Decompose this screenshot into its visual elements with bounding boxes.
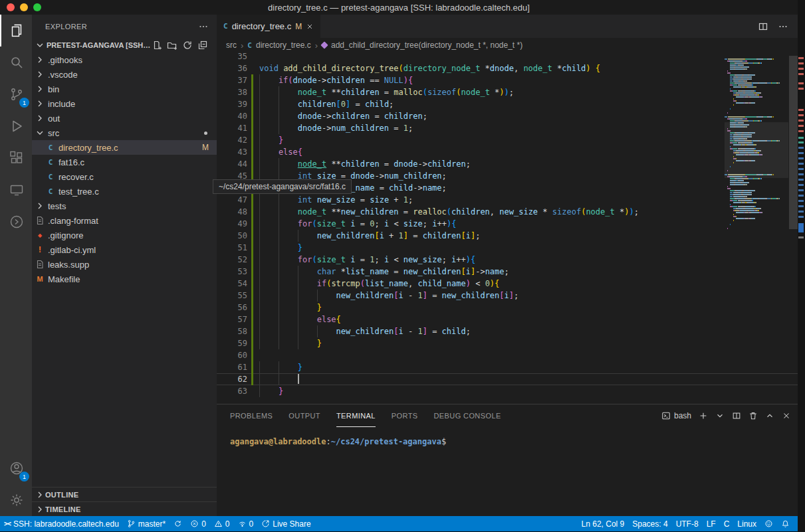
tree-file-recover.c[interactable]: Crecover.c xyxy=(32,169,217,184)
terminal-selector[interactable]: bash xyxy=(661,411,691,420)
code-line-56[interactable]: 56} xyxy=(217,302,798,313)
status-branch[interactable]: master* xyxy=(123,516,170,531)
status-indentation[interactable]: Spaces: 4 xyxy=(628,516,671,531)
status-errors[interactable]: 0 xyxy=(186,516,210,531)
status-live-share[interactable]: Live Share xyxy=(257,516,314,531)
tab-close-icon[interactable] xyxy=(306,23,314,31)
activitybar-live-share[interactable] xyxy=(0,206,32,238)
code-line-58[interactable]: 58new_children[i - 1] = child; xyxy=(217,325,798,337)
refresh-icon[interactable] xyxy=(182,40,193,50)
tree-folder-.vscode[interactable]: .vscode xyxy=(32,67,217,82)
code-line-38[interactable]: 38node_t **children = malloc(sizeof(node… xyxy=(217,86,798,98)
status-remote[interactable]: ><SSH: labradoodle.caltech.edu xyxy=(0,516,123,531)
code-line-37[interactable]: 37if(dnode->children == NULL){ xyxy=(217,74,798,86)
explorer-more-actions-icon[interactable] xyxy=(198,21,209,32)
tree-file-directory_tree.c[interactable]: Cdirectory_tree.cM xyxy=(32,140,217,155)
code-line-50[interactable]: 50new_children[i + 1] = children[i]; xyxy=(217,230,798,242)
tree-file-leaks.supp[interactable]: leaks.supp xyxy=(32,257,217,272)
code-line-41[interactable]: 41dnode->num_children = 1; xyxy=(217,122,798,134)
activitybar-run-debug[interactable] xyxy=(0,110,32,142)
tree-folder-tests[interactable]: tests xyxy=(32,199,217,213)
tree-file-fat16.c[interactable]: Cfat16.c xyxy=(32,155,217,169)
panel-tab-ports[interactable]: PORTS xyxy=(392,404,418,427)
new-folder-icon[interactable] xyxy=(167,40,177,50)
code-editor[interactable]: 3536void add_child_directory_tree(direct… xyxy=(217,52,798,404)
code-line-35[interactable]: 35 xyxy=(217,52,798,62)
terminal-dropdown-chevron-icon[interactable] xyxy=(715,411,725,420)
code-line-51[interactable]: 51} xyxy=(217,242,798,254)
code-line-42[interactable]: 42} xyxy=(217,134,798,146)
tab-directory-tree[interactable]: C directory_tree.c M xyxy=(217,15,320,38)
status-feedback[interactable] xyxy=(760,516,777,531)
outline-section-header[interactable]: OUTLINE xyxy=(32,487,217,501)
tree-folder-bin[interactable]: bin xyxy=(32,82,217,96)
window-minimize-button[interactable] xyxy=(20,3,28,11)
status-notifications[interactable] xyxy=(777,516,794,531)
window-zoom-button[interactable] xyxy=(33,3,41,11)
window-close-button[interactable] xyxy=(7,3,15,11)
code-line-47[interactable]: 47int new_size = size + 1; xyxy=(217,194,798,206)
activitybar-explorer[interactable] xyxy=(0,15,32,46)
code-line-60[interactable]: 60 xyxy=(217,349,798,361)
activitybar-remote-explorer[interactable] xyxy=(0,174,32,206)
editor-more-actions-icon[interactable] xyxy=(778,21,788,32)
tree-folder-out[interactable]: out xyxy=(32,111,217,126)
code-line-59[interactable]: 59} xyxy=(217,337,798,349)
new-file-icon[interactable] xyxy=(152,40,162,50)
code-line-48[interactable]: 48node_t **new_children = realloc(childr… xyxy=(217,206,798,218)
tree-file-.gitignore[interactable]: ◆.gitignore xyxy=(32,228,217,242)
code-line-63[interactable]: 63} xyxy=(217,385,798,397)
tree-file-Makefile[interactable]: MMakefile xyxy=(32,272,217,286)
code-line-52[interactable]: 52for(size_t i = 1; i < new_size; i++){ xyxy=(217,254,798,266)
code-line-44[interactable]: 44node_t **children = dnode->children; xyxy=(217,158,798,170)
code-line-57[interactable]: 57else{ xyxy=(217,313,798,325)
terminal[interactable]: agangava@labradoodle:~/cs24/pretest-agan… xyxy=(217,427,798,446)
code-line-53[interactable]: 53char *list_name = new_children[i]->nam… xyxy=(217,266,798,278)
tree-folder-src[interactable]: src xyxy=(32,126,217,140)
tree-file-test_tree.c[interactable]: Ctest_tree.c xyxy=(32,184,217,199)
split-terminal-icon[interactable] xyxy=(732,411,741,420)
tree-file-.clang-format[interactable]: .clang-format xyxy=(32,213,217,228)
timeline-section-header[interactable]: TIMELINE xyxy=(32,501,217,516)
panel-tab-problems[interactable]: PROBLEMS xyxy=(230,404,273,427)
activitybar-source-control[interactable]: 1 xyxy=(0,78,32,110)
minimap-viewport[interactable] xyxy=(725,122,788,178)
code-line-40[interactable]: 40dnode->children = children; xyxy=(217,110,798,122)
close-panel-icon[interactable] xyxy=(782,411,791,420)
status-sync[interactable] xyxy=(170,516,186,531)
status-ports[interactable]: 0 xyxy=(234,516,258,531)
code-line-39[interactable]: 39children[0] = child; xyxy=(217,98,798,110)
activitybar-settings[interactable] xyxy=(0,484,32,516)
breadcrumb-item[interactable]: directory_tree.c xyxy=(256,41,311,50)
panel-tab-debug-console[interactable]: DEBUG CONSOLE xyxy=(434,404,501,427)
split-editor-icon[interactable] xyxy=(758,21,768,32)
code-line-49[interactable]: 49for(size_t i = 0; i < size; i++){ xyxy=(217,218,798,230)
status-os[interactable]: Linux xyxy=(733,516,760,531)
maximize-panel-icon[interactable] xyxy=(765,411,774,420)
panel-tab-terminal[interactable]: TERMINAL xyxy=(336,404,376,427)
status-eol[interactable]: LF xyxy=(703,516,720,531)
status-language[interactable]: C xyxy=(720,516,734,531)
status-encoding[interactable]: UTF-8 xyxy=(672,516,703,531)
panel-tab-output[interactable]: OUTPUT xyxy=(288,404,320,427)
activitybar-accounts[interactable]: 1 xyxy=(0,452,32,484)
status-warnings[interactable]: 0 xyxy=(210,516,234,531)
tree-file-.gitlab-ci.yml[interactable]: !.gitlab-ci.yml xyxy=(32,242,217,257)
tree-folder-.githooks[interactable]: .githooks xyxy=(32,52,217,67)
editor-scrollbar[interactable] xyxy=(789,56,798,229)
code-line-61[interactable]: 61} xyxy=(217,361,798,373)
status-cursor-position[interactable]: Ln 62, Col 9 xyxy=(578,516,629,531)
activitybar-search[interactable] xyxy=(0,46,32,78)
code-line-54[interactable]: 54if(strcmp(list_name, child_name) < 0){ xyxy=(217,278,798,290)
new-terminal-icon[interactable] xyxy=(699,411,708,420)
code-line-55[interactable]: 55new_children[i - 1] = new_children[i]; xyxy=(217,290,798,302)
code-line-36[interactable]: 36void add_child_directory_tree(director… xyxy=(217,62,798,74)
breadcrumb-item[interactable]: src xyxy=(226,41,237,50)
kill-terminal-icon[interactable] xyxy=(748,411,758,420)
code-line-62[interactable]: 62 xyxy=(217,373,798,385)
code-line-43[interactable]: 43else{ xyxy=(217,146,798,158)
tree-folder-include[interactable]: include xyxy=(32,96,217,111)
collapse-all-icon[interactable] xyxy=(197,40,208,50)
workspace-root-header[interactable]: PRETEST-AGANGAVA [SSH: LABRADOODLE.CALTE… xyxy=(32,38,217,52)
activitybar-extensions[interactable] xyxy=(0,142,32,174)
